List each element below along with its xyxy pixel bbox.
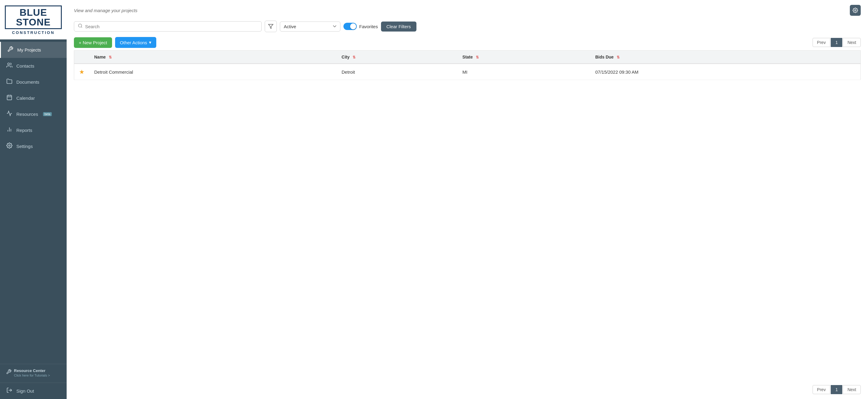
search-icon xyxy=(78,23,83,29)
settings-button[interactable] xyxy=(850,5,861,16)
action-bar-bottom: Prev 1 Next xyxy=(67,380,868,399)
sidebar-item-calendar-label: Calendar xyxy=(17,95,35,101)
beta-badge: beta xyxy=(43,112,52,116)
sidebar-item-resources-label: Resources xyxy=(17,112,38,117)
sidebar-item-settings-label: Settings xyxy=(17,144,33,149)
prev-button-bottom[interactable]: Prev xyxy=(813,385,831,394)
svg-point-8 xyxy=(9,145,10,146)
sort-icon-state[interactable]: ⇅ xyxy=(476,55,479,59)
nav-menu: My Projects Contacts Documents xyxy=(0,39,67,364)
col-header-state[interactable]: State ⇅ xyxy=(458,51,591,64)
toggle-track[interactable] xyxy=(343,23,357,30)
favorites-label: Favorites xyxy=(359,24,378,29)
sidebar-item-my-projects-label: My Projects xyxy=(17,47,41,53)
table-body: ★ Detroit Commercial Detroit MI 07/15/20… xyxy=(74,64,861,80)
action-bar-top: + New Project Other Actions ▾ Prev 1 Nex… xyxy=(67,34,868,50)
favorites-toggle[interactable]: Favorites xyxy=(343,23,378,30)
clear-filters-button[interactable]: Clear Filters xyxy=(381,22,416,31)
page-number-bottom: 1 xyxy=(831,385,842,394)
new-project-button[interactable]: + New Project xyxy=(74,37,112,48)
sign-out-label: Sign Out xyxy=(17,389,34,394)
sidebar-item-calendar[interactable]: Calendar xyxy=(0,90,67,106)
row-state: MI xyxy=(458,64,591,80)
col-city-label: City xyxy=(342,55,349,59)
contacts-icon xyxy=(6,62,13,70)
sidebar-item-settings[interactable]: Settings xyxy=(0,138,67,154)
filter-button[interactable] xyxy=(265,21,277,32)
sort-icon-name[interactable]: ⇅ xyxy=(109,55,112,59)
sidebar: BLUE STONE CONSTRUCTION My Projects xyxy=(0,0,67,399)
sort-icon-bids-due[interactable]: ⇅ xyxy=(617,55,620,59)
status-select[interactable]: Active Inactive All xyxy=(280,22,340,31)
pagination-top: Prev 1 Next xyxy=(813,38,861,47)
settings-nav-icon xyxy=(6,142,13,150)
table-container: Name ⇅ City ⇅ State ⇅ Bids Due ⇅ xyxy=(67,50,868,380)
svg-point-0 xyxy=(7,63,10,65)
main-content: View and manage your projects Act xyxy=(67,0,868,399)
prev-button-top[interactable]: Prev xyxy=(813,38,831,47)
svg-line-12 xyxy=(81,27,82,28)
documents-icon xyxy=(6,78,13,86)
sidebar-item-reports-label: Reports xyxy=(17,127,32,133)
projects-table: Name ⇅ City ⇅ State ⇅ Bids Due ⇅ xyxy=(74,50,861,80)
logo-sub: CONSTRUCTION xyxy=(5,30,62,35)
row-name: Detroit Commercial xyxy=(89,64,337,80)
sidebar-item-contacts[interactable]: Contacts xyxy=(0,58,67,74)
resource-center[interactable]: Resource Center Click here for Tutorials… xyxy=(0,364,67,381)
chevron-down-icon: ▾ xyxy=(149,40,151,45)
action-left: + New Project Other Actions ▾ xyxy=(74,37,156,48)
resource-center-subtitle: Click here for Tutorials > xyxy=(14,373,50,377)
table-row[interactable]: ★ Detroit Commercial Detroit MI 07/15/20… xyxy=(74,64,861,80)
calendar-icon xyxy=(6,94,13,102)
resources-icon xyxy=(6,110,13,118)
table-header: Name ⇅ City ⇅ State ⇅ Bids Due ⇅ xyxy=(74,51,861,64)
sidebar-item-documents-label: Documents xyxy=(17,80,39,85)
gear-icon xyxy=(852,7,858,13)
col-name-label: Name xyxy=(94,55,106,59)
sidebar-item-my-projects[interactable]: My Projects xyxy=(0,42,67,58)
logo-area: BLUE STONE CONSTRUCTION xyxy=(0,0,67,39)
next-button-bottom[interactable]: Next xyxy=(843,385,861,394)
sidebar-item-documents[interactable]: Documents xyxy=(0,74,67,90)
svg-point-10 xyxy=(855,10,856,11)
sort-icon-city[interactable]: ⇅ xyxy=(352,55,355,59)
row-city: Detroit xyxy=(337,64,458,80)
col-header-fav xyxy=(74,51,90,64)
sidebar-item-resources[interactable]: Resources beta xyxy=(0,106,67,122)
next-button-top[interactable]: Next xyxy=(843,38,861,47)
col-bids-due-label: Bids Due xyxy=(595,55,614,59)
page-number-top: 1 xyxy=(831,38,842,47)
row-favorite[interactable]: ★ xyxy=(74,64,90,80)
wrench-icon xyxy=(7,46,13,54)
resource-center-icon xyxy=(6,369,11,376)
svg-point-11 xyxy=(79,24,82,27)
row-bids-due: 07/15/2022 09:30 AM xyxy=(590,64,861,80)
sidebar-item-reports[interactable]: Reports xyxy=(0,122,67,138)
search-input[interactable] xyxy=(85,24,258,29)
svg-marker-13 xyxy=(269,24,273,28)
col-header-bids-due[interactable]: Bids Due ⇅ xyxy=(590,51,861,64)
reports-icon xyxy=(6,126,13,134)
page-subtitle: View and manage your projects xyxy=(74,8,137,13)
sidebar-item-contacts-label: Contacts xyxy=(17,63,34,68)
filter-icon xyxy=(268,24,274,29)
col-header-city[interactable]: City ⇅ xyxy=(337,51,458,64)
resource-center-title: Resource Center xyxy=(14,368,50,373)
star-icon[interactable]: ★ xyxy=(79,68,85,75)
col-state-label: State xyxy=(462,55,473,59)
toggle-thumb xyxy=(350,23,356,29)
search-box xyxy=(74,21,262,31)
main-header: View and manage your projects xyxy=(67,0,868,18)
sidebar-item-sign-out[interactable]: Sign Out xyxy=(0,382,67,399)
pagination-bottom: Prev 1 Next xyxy=(813,385,861,394)
toolbar: Active Inactive All Favorites Clear Filt… xyxy=(67,18,868,34)
col-header-name[interactable]: Name ⇅ xyxy=(89,51,337,64)
logo-main: BLUE STONE xyxy=(5,5,62,29)
other-actions-button[interactable]: Other Actions ▾ xyxy=(115,37,156,48)
svg-rect-1 xyxy=(7,95,12,100)
logo: BLUE STONE CONSTRUCTION xyxy=(5,5,62,35)
other-actions-label: Other Actions xyxy=(120,40,147,45)
sign-out-icon xyxy=(6,387,13,395)
